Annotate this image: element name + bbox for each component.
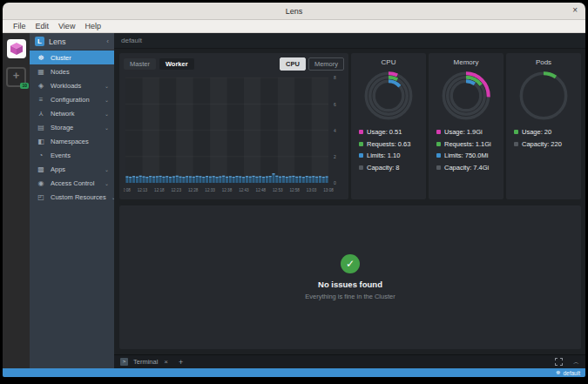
sidebar-item-label: Events [51,152,109,159]
sidebar-item-custom-resources[interactable]: ◰Custom Resources⌄ [30,190,114,204]
status-bar: ☸ default [3,368,585,377]
sidebar-item-label: Nodes [51,68,109,76]
statusbar-context[interactable]: default [563,370,580,376]
cpu-donut-card: CPUUsage: 0.51Requests: 0.63Limits: 1.10… [351,53,426,199]
legend-dot [359,130,363,134]
sidebar-item-label: Cluster [51,54,109,62]
menu-item-file[interactable]: File [9,22,30,30]
donut-title: CPU [382,58,396,66]
nodes-icon: ▦ [37,68,45,76]
svg-text:4: 4 [334,128,336,133]
sidebar-nav: ☸Cluster▦Nodes◈Workloads⌄≡Configuration⌄… [30,51,114,204]
legend-text: Usage: 1.9Gi [444,128,483,136]
sidebar-item-events[interactable]: ◔Events [30,148,114,162]
cpu-usage-chart: 0246812:0812:1312:1812:2312:2812:3312:38… [124,74,344,198]
memory-donut-chart [439,69,493,123]
cluster-overview: MasterWorker CPUMemory 0246812:0812:1312… [114,49,585,354]
metric-cpu-button[interactable]: CPU [280,57,306,71]
sidebar-item-cluster[interactable]: ☸Cluster [30,51,114,64]
legend-dot [359,153,363,158]
brand-name: Lens [49,37,102,46]
sidebar-header: L Lens ‹ [30,33,114,51]
legend-text: Limits: 1.10 [367,152,400,159]
cpu-chart-card: MasterWorker CPUMemory 0246812:0812:1312… [119,53,348,199]
menu-bar: FileEditViewHelp [3,20,585,33]
kubernetes-wheel-icon: ☸ [556,368,560,377]
add-cluster-badge: 10 [20,83,29,89]
menu-item-view[interactable]: View [54,22,79,30]
svg-text:12:33: 12:33 [205,187,215,192]
donut-legend: Usage: 1.9GiRequests: 1.1GiLimits: 750.0… [429,123,504,172]
legend-item: Requests: 0.63 [359,140,426,148]
legend-text: Capacity: 7.4Gi [444,164,489,172]
custom-resources-icon: ◰ [37,193,45,201]
add-cluster-button[interactable]: + 10 [6,67,26,87]
legend-text: Usage: 0.51 [367,128,402,136]
terminal-dock: > Terminal × + ︿ [114,354,585,368]
chevron-down-icon: ⌄ [105,180,109,186]
svg-text:13:03: 13:03 [307,187,317,192]
main-area: default MasterWorker CPUMemory 0246812:0… [114,33,585,368]
chevron-down-icon: ⌄ [105,125,109,131]
svg-text:12:18: 12:18 [154,187,165,192]
node-type-tabs: MasterWorker [124,58,194,70]
context-label: default [121,37,142,44]
new-terminal-tab-button[interactable]: + [179,358,183,367]
legend-item: Usage: 0.51 [359,128,426,136]
menu-item-help[interactable]: Help [80,22,105,30]
terminal-tab[interactable]: Terminal [133,358,158,366]
sidebar-item-storage[interactable]: ▤Storage⌄ [30,120,114,134]
legend-item: Usage: 20 [514,128,581,136]
dock-chevron-up-icon[interactable]: ︿ [573,358,579,367]
legend-item: Usage: 1.9Gi [436,128,504,136]
issues-card: ✓ No issues found Everything is fine in … [119,205,581,349]
svg-text:8: 8 [334,75,336,80]
namespaces-icon: ◧ [37,138,45,145]
apps-icon: ▩ [37,165,45,173]
pods-donut-chart [517,69,571,123]
sidebar-collapse-icon[interactable]: ‹ [106,37,109,45]
lens-logo: L [35,37,44,46]
tab-worker[interactable]: Worker [159,58,194,70]
menu-item-edit[interactable]: Edit [31,22,54,30]
svg-text:12:53: 12:53 [273,187,283,192]
sidebar-item-namespaces[interactable]: ◧Namespaces [30,134,114,148]
legend-item: Limits: 1.10 [359,152,426,159]
sidebar-item-label: Storage [51,124,99,131]
sidebar-item-configuration[interactable]: ≡Configuration⌄ [30,92,114,106]
plus-icon: + [13,69,20,82]
legend-text: Usage: 20 [522,128,551,136]
app-window: Lens × FileEditViewHelp + 10 L Lens ‹ [3,3,585,377]
donut-title: Memory [454,58,479,66]
window-close-icon[interactable]: × [572,5,578,16]
sidebar-item-network[interactable]: YNetwork⌄ [30,106,114,120]
legend-dot [514,130,518,134]
tab-master[interactable]: Master [124,58,156,70]
svg-text:12:28: 12:28 [188,187,199,192]
legend-text: Capacity: 8 [367,164,400,172]
legend-text: Requests: 1.1Gi [444,140,491,148]
chevron-down-icon: ⌄ [105,83,109,89]
issues-title: No issues found [318,280,382,289]
dock-expand-icon[interactable] [555,358,563,366]
sidebar-item-access-control[interactable]: ◉Access Control⌄ [30,176,114,190]
sidebar-item-nodes[interactable]: ▦Nodes [30,64,114,78]
chevron-down-icon: ⌄ [105,166,109,172]
svg-text:2: 2 [334,154,336,159]
legend-dot [436,153,441,158]
cluster-avatar[interactable] [7,39,26,58]
donut-title: Pods [536,58,551,66]
sidebar-item-workloads[interactable]: ◈Workloads⌄ [30,78,114,92]
terminal-tab-close-icon[interactable]: × [164,358,168,366]
window-title: Lens [286,7,303,16]
workloads-icon: ◈ [37,82,45,90]
metric-memory-button[interactable]: Memory [308,57,344,71]
sidebar-item-apps[interactable]: ▩Apps⌄ [30,162,114,176]
legend-dot [436,165,441,170]
sidebar: L Lens ‹ ☸Cluster▦Nodes◈Workloads⌄≡Confi… [30,33,114,368]
legend-dot [359,142,363,146]
legend-dot [436,130,441,134]
cluster-rail: + 10 [3,33,30,368]
events-icon: ◔ [37,152,45,159]
legend-dot [514,142,518,146]
